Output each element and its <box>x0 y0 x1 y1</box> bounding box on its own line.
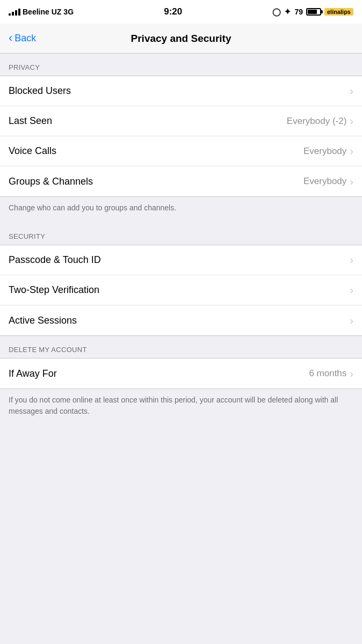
security-section-header: SECURITY <box>0 223 362 245</box>
chevron-icon: › <box>350 284 353 296</box>
active-sessions-label: Active Sessions <box>9 315 77 326</box>
active-sessions-chevron: › <box>350 314 353 327</box>
back-label: Back <box>15 33 36 44</box>
voice-calls-value: Everybody › <box>303 145 353 157</box>
username-badge: elinalips <box>324 8 353 16</box>
if-away-for-value-text: 6 months <box>309 368 346 379</box>
blocked-users-label: Blocked Users <box>9 85 71 97</box>
chevron-icon: › <box>350 85 353 97</box>
passcode-touchid-chevron: › <box>350 254 353 266</box>
status-time: 9:20 <box>164 6 182 17</box>
lock-icon: ◯ <box>272 8 281 16</box>
last-seen-label: Last Seen <box>9 115 52 127</box>
chevron-icon: › <box>350 115 353 127</box>
voice-calls-row[interactable]: Voice Calls Everybody › <box>0 136 362 166</box>
last-seen-value-text: Everybody (-2) <box>287 116 346 127</box>
two-step-verification-chevron: › <box>350 284 353 296</box>
two-step-verification-row[interactable]: Two-Step Verification › <box>0 275 362 305</box>
chevron-icon: › <box>350 368 353 380</box>
passcode-touchid-label: Passcode & Touch ID <box>9 254 101 266</box>
blocked-users-row[interactable]: Blocked Users › <box>0 76 362 106</box>
delete-account-section-header: DELETE MY ACCOUNT <box>0 336 362 358</box>
if-away-for-label: If Away For <box>9 368 57 379</box>
if-away-for-value: 6 months › <box>309 368 353 380</box>
battery-percent: 79 <box>294 8 303 16</box>
privacy-section-footer: Change who can add you to groups and cha… <box>0 197 362 223</box>
active-sessions-row[interactable]: Active Sessions › <box>0 305 362 335</box>
voice-calls-value-text: Everybody <box>303 146 346 157</box>
privacy-settings-group: Blocked Users › Last Seen Everybody (-2)… <box>0 76 362 197</box>
blocked-users-chevron: › <box>350 85 353 97</box>
security-settings-group: Passcode & Touch ID › Two-Step Verificat… <box>0 245 362 336</box>
delete-account-settings-group: If Away For 6 months › <box>0 358 362 389</box>
carrier-info: Beeline UZ 3G <box>9 8 74 16</box>
groups-channels-row[interactable]: Groups & Channels Everybody › <box>0 166 362 196</box>
voice-calls-label: Voice Calls <box>9 145 56 157</box>
delete-account-section-footer: If you do not come online at least once … <box>0 389 362 426</box>
chevron-icon: › <box>350 254 353 266</box>
groups-channels-value: Everybody › <box>303 175 353 188</box>
status-bar: Beeline UZ 3G 9:20 ◯ ✦ 79 elinalips <box>0 0 362 24</box>
privacy-section-header: PRIVACY <box>0 54 362 76</box>
if-away-for-row[interactable]: If Away For 6 months › <box>0 358 362 389</box>
signal-icon <box>9 8 20 16</box>
battery-icon <box>306 8 321 16</box>
bluetooth-icon: ✦ <box>284 7 291 17</box>
back-button[interactable]: ‹ Back <box>9 33 36 44</box>
chevron-icon: › <box>350 175 353 188</box>
status-indicators: ◯ ✦ 79 elinalips <box>272 7 353 17</box>
navigation-bar: ‹ Back Privacy and Security <box>0 24 362 54</box>
passcode-touchid-row[interactable]: Passcode & Touch ID › <box>0 245 362 275</box>
network-type: 3G <box>63 8 74 16</box>
chevron-icon: › <box>350 314 353 327</box>
carrier-name: Beeline UZ <box>23 8 61 16</box>
two-step-verification-label: Two-Step Verification <box>9 284 99 296</box>
last-seen-value: Everybody (-2) › <box>287 115 353 127</box>
back-chevron-icon: ‹ <box>9 32 12 44</box>
groups-channels-label: Groups & Channels <box>9 176 93 187</box>
page-title: Privacy and Security <box>131 33 231 45</box>
groups-channels-value-text: Everybody <box>303 176 346 187</box>
last-seen-row[interactable]: Last Seen Everybody (-2) › <box>0 106 362 136</box>
chevron-icon: › <box>350 145 353 157</box>
